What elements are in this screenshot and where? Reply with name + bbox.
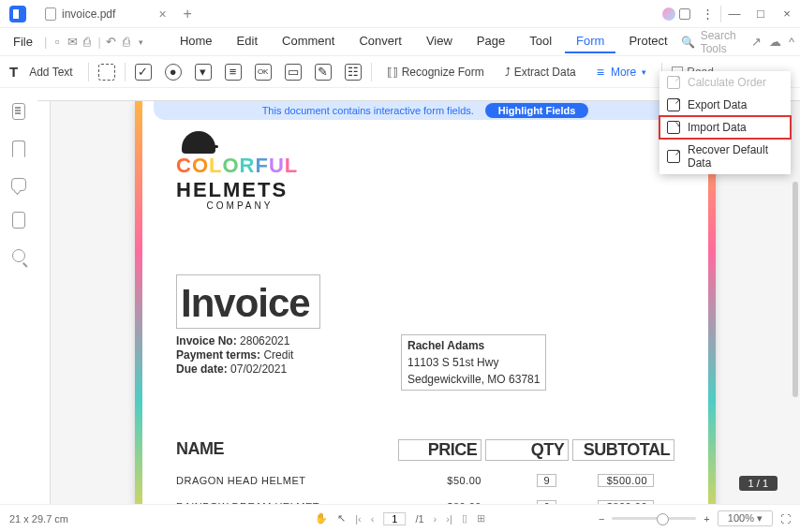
checkbox-field-icon[interactable]: ✓ (135, 64, 152, 81)
page-navigation: ✋ ↖ |‹ ‹ /1 › ›| ▯ ⊞ (315, 512, 485, 525)
zoom-in-button[interactable]: + (704, 513, 709, 525)
highlight-fields-button[interactable]: Highlight Fields (485, 103, 589, 118)
divider (371, 63, 372, 81)
fullscreen-icon[interactable]: ⛶ (780, 513, 791, 525)
divider (125, 63, 126, 81)
next-page-button[interactable]: › (434, 513, 437, 525)
first-page-button[interactable]: |‹ (355, 513, 362, 525)
signature-field-icon[interactable]: ✎ (315, 64, 332, 81)
payment-terms-value: Credit (263, 348, 293, 362)
helmet-logo-icon (182, 131, 215, 154)
file-menu[interactable]: File (6, 35, 40, 49)
dd-label: Recover Default Data (688, 143, 783, 170)
extract-icon: ⤴ (505, 66, 511, 79)
invoice-title[interactable]: Invoice (176, 274, 320, 329)
mail-icon[interactable]: ✉ (66, 33, 79, 52)
invoice-table: NAME PRICE QTY SUBTOTAL DRAGON HEAD HELM… (176, 439, 674, 504)
more-button[interactable]: More (591, 62, 653, 82)
search-panel-icon[interactable] (12, 249, 25, 262)
chevron-down-icon[interactable]: ▾ (135, 33, 148, 52)
ruler-vertical (37, 101, 51, 504)
text-tool-icon[interactable]: T (9, 64, 18, 80)
share-icon[interactable]: ↗ (751, 35, 762, 49)
form-banner: This document contains interactive form … (154, 101, 697, 120)
tab-convert[interactable]: Convert (348, 30, 413, 53)
new-tab-button[interactable]: + (184, 6, 192, 22)
search-icon: 🔍 (681, 36, 695, 49)
logo-helmets-text: HELMETS (176, 178, 674, 202)
th-subtotal[interactable]: SUBTOTAL (572, 439, 674, 461)
tab-view[interactable]: View (415, 30, 464, 53)
list-field-icon[interactable]: ≡ (225, 64, 242, 81)
due-date-label: Due date: (176, 362, 228, 376)
tab-form[interactable]: Form (565, 30, 615, 53)
bookmarks-icon[interactable] (12, 140, 25, 157)
logo-colorful-text: COLORFUL (176, 154, 674, 178)
add-text-button[interactable]: Add Text (23, 63, 78, 81)
tab-close-icon[interactable]: × (158, 7, 166, 22)
image-field-icon[interactable]: ▭ (285, 64, 302, 81)
page-number-input[interactable] (383, 512, 406, 525)
extract-data-button[interactable]: ⤴ Extract Data (499, 63, 582, 81)
attachments-icon[interactable] (12, 212, 25, 229)
divider: | (97, 35, 100, 49)
account-icon[interactable] (662, 7, 675, 21)
window-mode-icon[interactable] (679, 8, 690, 20)
pdf-page: This document contains interactive form … (135, 101, 716, 504)
tab-edit[interactable]: Edit (226, 30, 269, 53)
dropdown-field-icon[interactable]: ▾ (195, 64, 212, 81)
menu-tabs: Home Edit Comment Convert View Page Tool… (169, 30, 679, 53)
print2-icon[interactable]: ⎙ (120, 33, 133, 52)
form-field-icon[interactable] (98, 64, 115, 81)
customer-addr1: 11103 S 51st Hwy (407, 354, 540, 371)
th-name: NAME (176, 439, 398, 461)
kebab-menu-icon[interactable]: ⋮ (694, 0, 720, 28)
tab-comment[interactable]: Comment (271, 30, 346, 53)
search-placeholder: Search Tools (701, 29, 740, 55)
recognize-form-button[interactable]: ⟦⟧ Recognize Form (381, 63, 490, 81)
th-qty[interactable]: QTY (485, 439, 569, 461)
dd-calculate-order: Calculate Order (659, 71, 791, 94)
thumbnails-icon[interactable] (12, 103, 25, 120)
comments-icon[interactable] (11, 178, 26, 191)
minimize-button[interactable]: — (721, 0, 748, 28)
dd-import-data[interactable]: Import Data (659, 116, 791, 139)
prev-page-button[interactable]: ‹ (371, 513, 375, 525)
dd-recover-default[interactable]: Recover Default Data (659, 139, 791, 174)
tab-tool[interactable]: Tool (518, 30, 563, 53)
document-icon (45, 7, 56, 21)
invoice-no-value: 28062021 (240, 334, 289, 347)
extract-label: Extract Data (514, 66, 576, 79)
zoom-slider[interactable] (612, 517, 696, 520)
td-qty-field[interactable]: 9 (537, 474, 556, 487)
last-page-button[interactable]: ›| (446, 513, 452, 525)
date-field-icon[interactable]: ☷ (345, 64, 362, 81)
hand-tool-icon[interactable]: ✋ (315, 512, 328, 525)
vertical-scrollbar[interactable] (793, 182, 798, 397)
continuous-icon[interactable]: ⊞ (477, 512, 485, 525)
tab-protect[interactable]: Protect (617, 30, 678, 53)
td-subtotal-field[interactable]: $500.00 (598, 474, 654, 487)
dd-export-data[interactable]: Export Data (659, 94, 791, 116)
customer-field[interactable]: Rachel Adams 11103 S 51st Hwy Sedgewickv… (401, 334, 546, 391)
select-tool-icon[interactable]: ↖ (337, 512, 346, 525)
collapse-icon[interactable]: ^ (789, 35, 794, 49)
zoom-out-button[interactable]: − (599, 513, 604, 525)
undo-icon[interactable]: ↶ (105, 33, 118, 52)
single-page-icon[interactable]: ▯ (462, 512, 467, 525)
tab-page[interactable]: Page (466, 30, 516, 53)
th-price[interactable]: PRICE (398, 439, 481, 461)
zoom-value[interactable]: 100% ▾ (718, 510, 773, 526)
save-icon[interactable]: ▫ (51, 33, 64, 52)
search-tools[interactable]: 🔍 Search Tools (681, 29, 740, 55)
print-icon[interactable]: ⎙ (81, 33, 94, 52)
tab-home[interactable]: Home (169, 30, 224, 53)
button-field-icon[interactable]: OK (255, 64, 272, 81)
radio-field-icon[interactable]: ● (165, 64, 182, 81)
cloud-icon[interactable]: ☁ (769, 35, 781, 49)
document-tab[interactable]: invoice.pdf × (36, 1, 176, 27)
td-price: $50.00 (401, 475, 485, 486)
close-button[interactable]: × (774, 0, 800, 28)
maximize-button[interactable]: □ (748, 0, 774, 28)
divider (88, 63, 89, 81)
